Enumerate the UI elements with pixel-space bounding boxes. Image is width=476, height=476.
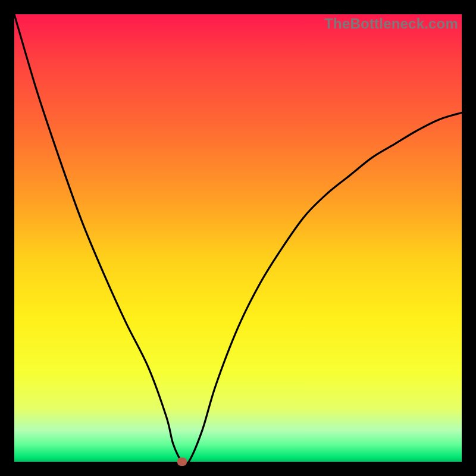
curve-min-marker <box>177 458 187 466</box>
bottleneck-curve <box>14 14 462 462</box>
chart-frame: TheBottleneck.com <box>0 0 476 476</box>
plot-area: TheBottleneck.com <box>14 14 462 462</box>
watermark-label: TheBottleneck.com <box>324 15 458 32</box>
curve-svg <box>14 14 462 462</box>
